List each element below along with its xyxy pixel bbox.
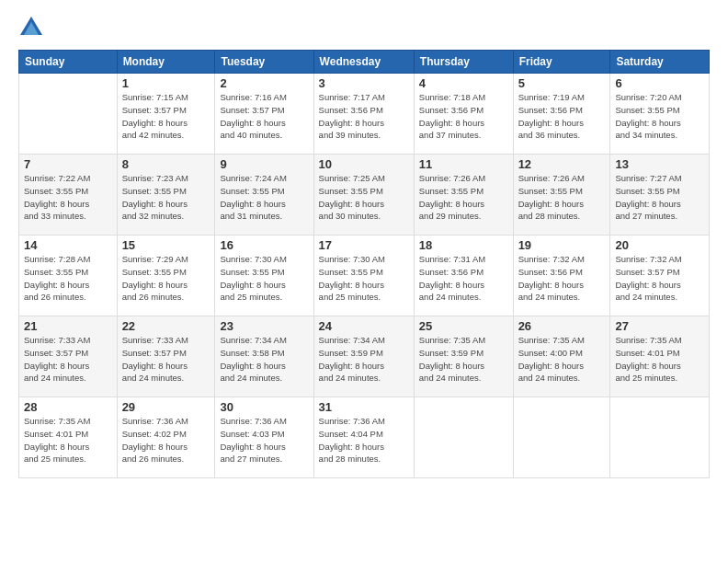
day-info: Sunrise: 7:32 AM Sunset: 3:57 PM Dayligh… bbox=[615, 253, 704, 304]
day-info: Sunrise: 7:35 AM Sunset: 4:00 PM Dayligh… bbox=[518, 334, 606, 385]
calendar-cell: 16Sunrise: 7:30 AM Sunset: 3:55 PM Dayli… bbox=[215, 236, 313, 316]
calendar-cell: 18Sunrise: 7:31 AM Sunset: 3:56 PM Dayli… bbox=[414, 236, 513, 316]
calendar-cell: 7Sunrise: 7:22 AM Sunset: 3:55 PM Daylig… bbox=[19, 155, 118, 236]
day-number: 24 bbox=[319, 319, 409, 333]
calendar-cell: 3Sunrise: 7:17 AM Sunset: 3:56 PM Daylig… bbox=[313, 74, 414, 155]
calendar-cell: 22Sunrise: 7:33 AM Sunset: 3:57 PM Dayli… bbox=[117, 316, 215, 397]
day-info: Sunrise: 7:31 AM Sunset: 3:56 PM Dayligh… bbox=[419, 253, 508, 304]
day-number: 7 bbox=[24, 157, 112, 171]
day-info: Sunrise: 7:27 AM Sunset: 3:55 PM Dayligh… bbox=[615, 172, 704, 223]
calendar-cell: 21Sunrise: 7:33 AM Sunset: 3:57 PM Dayli… bbox=[19, 316, 118, 397]
calendar-cell: 24Sunrise: 7:34 AM Sunset: 3:59 PM Dayli… bbox=[313, 316, 414, 397]
calendar-cell: 4Sunrise: 7:18 AM Sunset: 3:56 PM Daylig… bbox=[414, 74, 513, 155]
day-info: Sunrise: 7:36 AM Sunset: 4:02 PM Dayligh… bbox=[122, 415, 210, 465]
calendar-cell: 14Sunrise: 7:28 AM Sunset: 3:55 PM Dayli… bbox=[19, 236, 118, 316]
page: SundayMondayTuesdayWednesdayThursdayFrid… bbox=[0, 0, 728, 563]
day-number: 18 bbox=[419, 238, 508, 252]
day-number: 6 bbox=[615, 76, 704, 90]
day-info: Sunrise: 7:32 AM Sunset: 3:56 PM Dayligh… bbox=[518, 253, 606, 304]
day-number: 23 bbox=[220, 319, 308, 333]
day-number: 1 bbox=[122, 76, 210, 90]
weekday-header-thursday: Thursday bbox=[414, 51, 513, 74]
calendar-cell: 28Sunrise: 7:35 AM Sunset: 4:01 PM Dayli… bbox=[19, 397, 118, 478]
day-number: 2 bbox=[220, 76, 308, 90]
day-info: Sunrise: 7:26 AM Sunset: 3:55 PM Dayligh… bbox=[518, 172, 606, 223]
day-info: Sunrise: 7:30 AM Sunset: 3:55 PM Dayligh… bbox=[319, 253, 409, 304]
day-info: Sunrise: 7:36 AM Sunset: 4:04 PM Dayligh… bbox=[319, 415, 409, 465]
day-info: Sunrise: 7:33 AM Sunset: 3:57 PM Dayligh… bbox=[24, 334, 112, 385]
calendar-cell bbox=[610, 397, 710, 478]
day-info: Sunrise: 7:18 AM Sunset: 3:56 PM Dayligh… bbox=[419, 91, 508, 142]
day-number: 31 bbox=[319, 400, 409, 414]
day-number: 19 bbox=[518, 238, 606, 252]
day-info: Sunrise: 7:20 AM Sunset: 3:55 PM Dayligh… bbox=[615, 91, 704, 142]
day-number: 11 bbox=[419, 157, 508, 171]
calendar-cell: 26Sunrise: 7:35 AM Sunset: 4:00 PM Dayli… bbox=[513, 316, 610, 397]
calendar-cell: 25Sunrise: 7:35 AM Sunset: 3:59 PM Dayli… bbox=[414, 316, 513, 397]
day-number: 12 bbox=[518, 157, 606, 171]
day-info: Sunrise: 7:29 AM Sunset: 3:55 PM Dayligh… bbox=[122, 253, 210, 304]
day-number: 27 bbox=[615, 319, 704, 333]
week-row-0: 1Sunrise: 7:15 AM Sunset: 3:57 PM Daylig… bbox=[19, 74, 710, 155]
calendar-cell: 2Sunrise: 7:16 AM Sunset: 3:57 PM Daylig… bbox=[215, 74, 313, 155]
day-number: 17 bbox=[319, 238, 409, 252]
logo-icon bbox=[18, 15, 44, 40]
weekday-header-friday: Friday bbox=[513, 51, 610, 74]
day-info: Sunrise: 7:24 AM Sunset: 3:55 PM Dayligh… bbox=[220, 172, 308, 223]
header bbox=[18, 15, 710, 40]
weekday-header-monday: Monday bbox=[117, 51, 215, 74]
weekday-header-saturday: Saturday bbox=[610, 51, 710, 74]
calendar-cell bbox=[19, 74, 118, 155]
day-number: 30 bbox=[220, 400, 308, 414]
day-info: Sunrise: 7:25 AM Sunset: 3:55 PM Dayligh… bbox=[319, 172, 409, 223]
day-number: 28 bbox=[24, 400, 112, 414]
calendar-cell: 10Sunrise: 7:25 AM Sunset: 3:55 PM Dayli… bbox=[313, 155, 414, 236]
week-row-2: 14Sunrise: 7:28 AM Sunset: 3:55 PM Dayli… bbox=[19, 236, 710, 316]
calendar-cell: 30Sunrise: 7:36 AM Sunset: 4:03 PM Dayli… bbox=[215, 397, 313, 478]
week-row-1: 7Sunrise: 7:22 AM Sunset: 3:55 PM Daylig… bbox=[19, 155, 710, 236]
day-number: 21 bbox=[24, 319, 112, 333]
day-info: Sunrise: 7:30 AM Sunset: 3:55 PM Dayligh… bbox=[220, 253, 308, 304]
day-number: 15 bbox=[122, 238, 210, 252]
weekday-header-row: SundayMondayTuesdayWednesdayThursdayFrid… bbox=[19, 51, 710, 74]
day-number: 16 bbox=[220, 238, 308, 252]
week-row-4: 28Sunrise: 7:35 AM Sunset: 4:01 PM Dayli… bbox=[19, 397, 710, 478]
day-number: 8 bbox=[122, 157, 210, 171]
day-info: Sunrise: 7:33 AM Sunset: 3:57 PM Dayligh… bbox=[122, 334, 210, 385]
day-info: Sunrise: 7:19 AM Sunset: 3:56 PM Dayligh… bbox=[518, 91, 606, 142]
day-info: Sunrise: 7:23 AM Sunset: 3:55 PM Dayligh… bbox=[122, 172, 210, 223]
calendar-cell: 29Sunrise: 7:36 AM Sunset: 4:02 PM Dayli… bbox=[117, 397, 215, 478]
calendar-cell: 9Sunrise: 7:24 AM Sunset: 3:55 PM Daylig… bbox=[215, 155, 313, 236]
calendar-cell bbox=[513, 397, 610, 478]
calendar-cell bbox=[414, 397, 513, 478]
calendar: SundayMondayTuesdayWednesdayThursdayFrid… bbox=[18, 50, 710, 478]
day-info: Sunrise: 7:35 AM Sunset: 4:01 PM Dayligh… bbox=[24, 415, 112, 465]
day-info: Sunrise: 7:26 AM Sunset: 3:55 PM Dayligh… bbox=[419, 172, 508, 223]
calendar-cell: 17Sunrise: 7:30 AM Sunset: 3:55 PM Dayli… bbox=[313, 236, 414, 316]
calendar-cell: 5Sunrise: 7:19 AM Sunset: 3:56 PM Daylig… bbox=[513, 74, 610, 155]
day-info: Sunrise: 7:35 AM Sunset: 4:01 PM Dayligh… bbox=[615, 334, 704, 385]
week-row-3: 21Sunrise: 7:33 AM Sunset: 3:57 PM Dayli… bbox=[19, 316, 710, 397]
day-number: 13 bbox=[615, 157, 704, 171]
calendar-cell: 15Sunrise: 7:29 AM Sunset: 3:55 PM Dayli… bbox=[117, 236, 215, 316]
calendar-cell: 31Sunrise: 7:36 AM Sunset: 4:04 PM Dayli… bbox=[313, 397, 414, 478]
day-info: Sunrise: 7:34 AM Sunset: 3:58 PM Dayligh… bbox=[220, 334, 308, 385]
weekday-header-sunday: Sunday bbox=[19, 51, 118, 74]
calendar-cell: 20Sunrise: 7:32 AM Sunset: 3:57 PM Dayli… bbox=[610, 236, 710, 316]
day-info: Sunrise: 7:28 AM Sunset: 3:55 PM Dayligh… bbox=[24, 253, 112, 304]
calendar-cell: 19Sunrise: 7:32 AM Sunset: 3:56 PM Dayli… bbox=[513, 236, 610, 316]
logo bbox=[18, 15, 48, 40]
day-number: 29 bbox=[122, 400, 210, 414]
day-number: 5 bbox=[518, 76, 606, 90]
calendar-cell: 13Sunrise: 7:27 AM Sunset: 3:55 PM Dayli… bbox=[610, 155, 710, 236]
day-number: 26 bbox=[518, 319, 606, 333]
calendar-cell: 27Sunrise: 7:35 AM Sunset: 4:01 PM Dayli… bbox=[610, 316, 710, 397]
day-info: Sunrise: 7:36 AM Sunset: 4:03 PM Dayligh… bbox=[220, 415, 308, 465]
day-number: 25 bbox=[419, 319, 508, 333]
calendar-cell: 6Sunrise: 7:20 AM Sunset: 3:55 PM Daylig… bbox=[610, 74, 710, 155]
day-number: 4 bbox=[419, 76, 508, 90]
day-info: Sunrise: 7:15 AM Sunset: 3:57 PM Dayligh… bbox=[122, 91, 210, 142]
day-number: 9 bbox=[220, 157, 308, 171]
day-number: 3 bbox=[319, 76, 409, 90]
day-number: 20 bbox=[615, 238, 704, 252]
